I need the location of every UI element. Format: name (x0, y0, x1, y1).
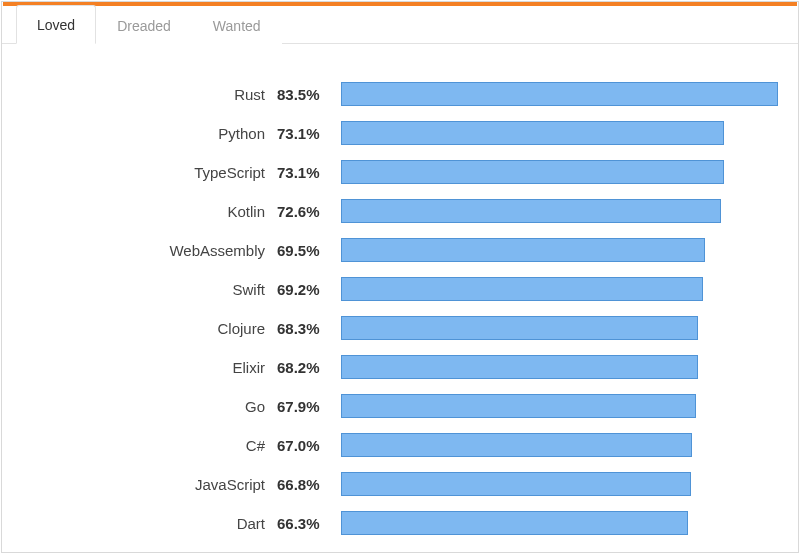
chart-row-label: Python (2, 125, 277, 142)
chart-row: Kotlin 72.6% (2, 193, 778, 229)
chart-row-value: 66.8% (277, 476, 341, 493)
chart-bar-container (341, 472, 778, 496)
chart-row-value: 68.3% (277, 320, 341, 337)
chart-bar (341, 199, 721, 223)
chart-row: Go 67.9% (2, 388, 778, 424)
chart-row-value: 83.5% (277, 86, 341, 103)
chart-bar (341, 82, 778, 106)
chart-row-label: Elixir (2, 359, 277, 376)
tab-loved[interactable]: Loved (16, 5, 96, 44)
chart-bar-container (341, 277, 778, 301)
chart-bar-container (341, 82, 778, 106)
chart-row-label: JavaScript (2, 476, 277, 493)
chart: Rust 83.5% Python 73.1% TypeScript 73.1%… (2, 44, 798, 553)
chart-row: TypeScript 73.1% (2, 154, 778, 190)
tabs: Loved Dreaded Wanted (2, 2, 798, 44)
chart-bar (341, 121, 724, 145)
chart-row-label: WebAssembly (2, 242, 277, 259)
chart-bar (341, 316, 698, 340)
chart-bar-container (341, 160, 778, 184)
chart-row-label: Go (2, 398, 277, 415)
chart-bar (341, 433, 692, 457)
chart-row-value: 73.1% (277, 125, 341, 142)
chart-row: Swift 69.2% (2, 271, 778, 307)
chart-bar (341, 511, 688, 535)
chart-row: Elixir 68.2% (2, 349, 778, 385)
chart-bar-container (341, 121, 778, 145)
chart-row-value: 69.2% (277, 281, 341, 298)
chart-row-value: 73.1% (277, 164, 341, 181)
chart-bar (341, 394, 696, 418)
chart-row-value: 66.3% (277, 515, 341, 532)
chart-bar (341, 238, 705, 262)
chart-bar (341, 355, 698, 379)
chart-row: Rust 83.5% (2, 76, 778, 112)
chart-bar-container (341, 511, 778, 535)
chart-row-label: Dart (2, 515, 277, 532)
chart-bar-container (341, 316, 778, 340)
chart-row-value: 69.5% (277, 242, 341, 259)
chart-bar-container (341, 433, 778, 457)
tab-dreaded[interactable]: Dreaded (96, 6, 192, 44)
chart-bar-container (341, 355, 778, 379)
chart-bar-container (341, 394, 778, 418)
chart-bar-container (341, 199, 778, 223)
chart-row-label: Swift (2, 281, 277, 298)
chart-row-label: TypeScript (2, 164, 277, 181)
chart-panel: Loved Dreaded Wanted Rust 83.5% Python 7… (1, 1, 799, 553)
chart-row-label: Kotlin (2, 203, 277, 220)
chart-row-label: C# (2, 437, 277, 454)
chart-bar-container (341, 238, 778, 262)
chart-row-value: 67.9% (277, 398, 341, 415)
chart-bar (341, 472, 691, 496)
chart-row-value: 72.6% (277, 203, 341, 220)
chart-bar (341, 160, 724, 184)
chart-row: Clojure 68.3% (2, 310, 778, 346)
chart-row: JavaScript 66.8% (2, 466, 778, 502)
chart-row: Dart 66.3% (2, 505, 778, 541)
chart-row: Python 73.1% (2, 115, 778, 151)
chart-row-label: Rust (2, 86, 277, 103)
tab-wanted[interactable]: Wanted (192, 6, 282, 44)
chart-row: WebAssembly 69.5% (2, 232, 778, 268)
chart-row-label: Clojure (2, 320, 277, 337)
chart-row-value: 68.2% (277, 359, 341, 376)
chart-row: C# 67.0% (2, 427, 778, 463)
chart-row-value: 67.0% (277, 437, 341, 454)
chart-bar (341, 277, 703, 301)
